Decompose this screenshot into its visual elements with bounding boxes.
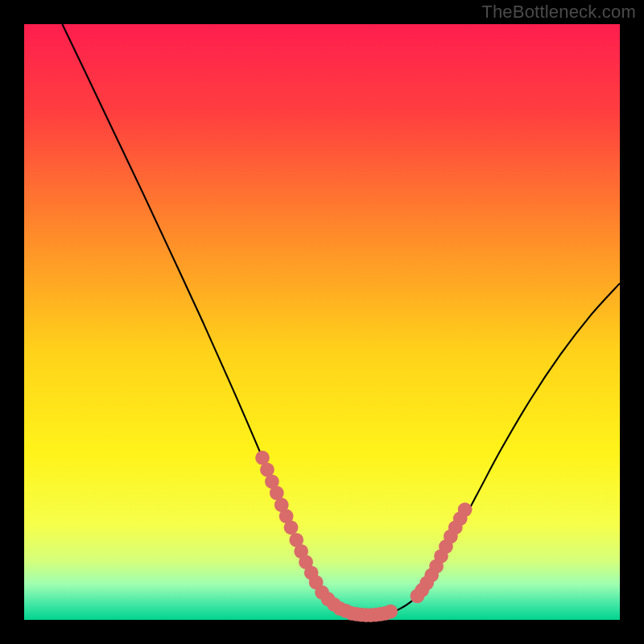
highlight-dot [383,605,398,619]
bottleneck-chart [0,0,644,644]
chart-stage: TheBottleneck.com [0,0,644,644]
highlight-dot [284,520,299,535]
gradient-background [24,24,620,620]
highlight-dot [458,502,473,517]
watermark-text: TheBottleneck.com [481,2,636,23]
